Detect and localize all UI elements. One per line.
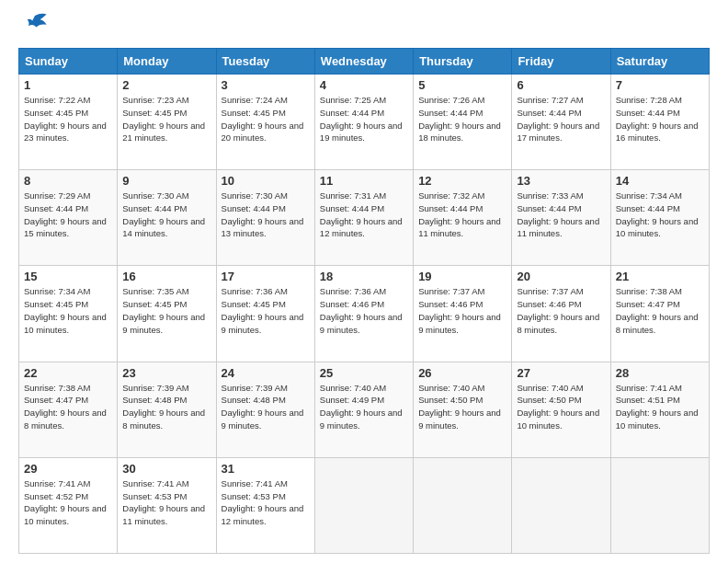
- day-number: 8: [24, 174, 112, 188]
- day-info: Sunrise: 7:34 AM Sunset: 4:45 PM Dayligh…: [24, 285, 112, 336]
- day-info: Sunrise: 7:22 AM Sunset: 4:45 PM Dayligh…: [24, 94, 112, 144]
- calendar-cell: 29 Sunrise: 7:41 AM Sunset: 4:52 PM Dayl…: [19, 457, 118, 553]
- logo: [18, 17, 48, 39]
- calendar-cell: [314, 457, 413, 553]
- calendar-cell: 28 Sunrise: 7:41 AM Sunset: 4:51 PM Dayl…: [610, 362, 709, 457]
- day-number: 5: [418, 78, 506, 92]
- calendar-cell: 23 Sunrise: 7:39 AM Sunset: 4:48 PM Dayl…: [118, 362, 216, 457]
- day-number: 9: [122, 174, 210, 188]
- weekday-header: Friday: [512, 49, 610, 75]
- page: SundayMondayTuesdayWednesdayThursdayFrid…: [0, 0, 728, 563]
- calendar-cell: 6 Sunrise: 7:27 AM Sunset: 4:44 PM Dayli…: [512, 75, 610, 170]
- calendar-cell: 2 Sunrise: 7:23 AM Sunset: 4:45 PM Dayli…: [118, 75, 216, 170]
- calendar-week-row: 22 Sunrise: 7:38 AM Sunset: 4:47 PM Dayl…: [19, 362, 710, 457]
- day-info: Sunrise: 7:41 AM Sunset: 4:53 PM Dayligh…: [222, 477, 310, 528]
- day-info: Sunrise: 7:25 AM Sunset: 4:44 PM Dayligh…: [320, 94, 408, 144]
- day-number: 13: [517, 174, 605, 188]
- day-number: 19: [418, 270, 506, 283]
- calendar-cell: 10 Sunrise: 7:30 AM Sunset: 4:44 PM Dayl…: [216, 170, 314, 266]
- day-info: Sunrise: 7:27 AM Sunset: 4:44 PM Dayligh…: [517, 94, 605, 144]
- day-info: Sunrise: 7:38 AM Sunset: 4:47 PM Dayligh…: [24, 382, 112, 432]
- day-number: 1: [24, 78, 112, 92]
- day-number: 6: [517, 78, 605, 92]
- day-number: 4: [320, 78, 408, 92]
- calendar-cell: [610, 457, 709, 553]
- day-info: Sunrise: 7:29 AM Sunset: 4:44 PM Dayligh…: [24, 190, 112, 240]
- day-info: Sunrise: 7:26 AM Sunset: 4:44 PM Dayligh…: [418, 94, 506, 144]
- logo-bird-icon: [22, 9, 48, 39]
- day-info: Sunrise: 7:40 AM Sunset: 4:50 PM Dayligh…: [418, 382, 506, 432]
- calendar-cell: 13 Sunrise: 7:33 AM Sunset: 4:44 PM Dayl…: [512, 170, 610, 266]
- calendar-week-row: 15 Sunrise: 7:34 AM Sunset: 4:45 PM Dayl…: [19, 266, 710, 362]
- day-info: Sunrise: 7:28 AM Sunset: 4:44 PM Dayligh…: [616, 94, 704, 144]
- day-number: 15: [24, 270, 112, 283]
- day-number: 14: [616, 174, 704, 188]
- day-info: Sunrise: 7:30 AM Sunset: 4:44 PM Dayligh…: [222, 190, 310, 240]
- day-number: 24: [222, 366, 310, 380]
- calendar-cell: [512, 457, 610, 553]
- day-number: 11: [320, 174, 408, 188]
- calendar-cell: 17 Sunrise: 7:36 AM Sunset: 4:45 PM Dayl…: [216, 266, 314, 362]
- calendar-cell: 14 Sunrise: 7:34 AM Sunset: 4:44 PM Dayl…: [610, 170, 709, 266]
- calendar-cell: 9 Sunrise: 7:30 AM Sunset: 4:44 PM Dayli…: [118, 170, 216, 266]
- calendar-cell: 11 Sunrise: 7:31 AM Sunset: 4:44 PM Dayl…: [314, 170, 413, 266]
- calendar-cell: 27 Sunrise: 7:40 AM Sunset: 4:50 PM Dayl…: [512, 362, 610, 457]
- calendar-cell: 21 Sunrise: 7:38 AM Sunset: 4:47 PM Dayl…: [610, 266, 709, 362]
- header: [18, 17, 710, 39]
- calendar-cell: 15 Sunrise: 7:34 AM Sunset: 4:45 PM Dayl…: [19, 266, 118, 362]
- calendar-cell: 22 Sunrise: 7:38 AM Sunset: 4:47 PM Dayl…: [19, 362, 118, 457]
- day-info: Sunrise: 7:30 AM Sunset: 4:44 PM Dayligh…: [122, 190, 210, 240]
- day-number: 17: [222, 270, 310, 283]
- day-info: Sunrise: 7:40 AM Sunset: 4:49 PM Dayligh…: [320, 382, 408, 432]
- day-info: Sunrise: 7:38 AM Sunset: 4:47 PM Dayligh…: [616, 285, 704, 336]
- day-info: Sunrise: 7:32 AM Sunset: 4:44 PM Dayligh…: [418, 190, 506, 240]
- calendar-cell: 18 Sunrise: 7:36 AM Sunset: 4:46 PM Dayl…: [314, 266, 413, 362]
- day-number: 12: [418, 174, 506, 188]
- day-info: Sunrise: 7:41 AM Sunset: 4:52 PM Dayligh…: [24, 477, 112, 528]
- day-info: Sunrise: 7:34 AM Sunset: 4:44 PM Dayligh…: [616, 190, 704, 240]
- day-number: 25: [320, 366, 408, 380]
- day-number: 21: [616, 270, 704, 283]
- day-number: 20: [517, 270, 605, 283]
- day-number: 10: [222, 174, 310, 188]
- day-info: Sunrise: 7:31 AM Sunset: 4:44 PM Dayligh…: [320, 190, 408, 240]
- weekday-header: Tuesday: [216, 49, 314, 75]
- day-number: 23: [122, 366, 210, 380]
- day-info: Sunrise: 7:36 AM Sunset: 4:45 PM Dayligh…: [222, 285, 310, 336]
- calendar-week-row: 1 Sunrise: 7:22 AM Sunset: 4:45 PM Dayli…: [19, 75, 710, 170]
- calendar-cell: [414, 457, 512, 553]
- day-info: Sunrise: 7:39 AM Sunset: 4:48 PM Dayligh…: [222, 382, 310, 432]
- day-info: Sunrise: 7:41 AM Sunset: 4:53 PM Dayligh…: [122, 477, 210, 528]
- weekday-header: Monday: [118, 49, 216, 75]
- day-number: 31: [222, 462, 310, 476]
- day-number: 28: [616, 366, 704, 380]
- day-number: 7: [616, 78, 704, 92]
- day-info: Sunrise: 7:41 AM Sunset: 4:51 PM Dayligh…: [616, 382, 704, 432]
- calendar-cell: 1 Sunrise: 7:22 AM Sunset: 4:45 PM Dayli…: [19, 75, 118, 170]
- calendar-week-row: 29 Sunrise: 7:41 AM Sunset: 4:52 PM Dayl…: [19, 457, 710, 553]
- weekday-header: Saturday: [610, 49, 709, 75]
- weekday-header: Wednesday: [314, 49, 413, 75]
- day-info: Sunrise: 7:33 AM Sunset: 4:44 PM Dayligh…: [517, 190, 605, 240]
- calendar-cell: 26 Sunrise: 7:40 AM Sunset: 4:50 PM Dayl…: [414, 362, 512, 457]
- day-info: Sunrise: 7:37 AM Sunset: 4:46 PM Dayligh…: [418, 285, 506, 336]
- calendar-cell: 30 Sunrise: 7:41 AM Sunset: 4:53 PM Dayl…: [118, 457, 216, 553]
- day-number: 27: [517, 366, 605, 380]
- day-info: Sunrise: 7:37 AM Sunset: 4:46 PM Dayligh…: [517, 285, 605, 336]
- day-info: Sunrise: 7:23 AM Sunset: 4:45 PM Dayligh…: [122, 94, 210, 144]
- calendar-cell: 5 Sunrise: 7:26 AM Sunset: 4:44 PM Dayli…: [414, 75, 512, 170]
- day-info: Sunrise: 7:39 AM Sunset: 4:48 PM Dayligh…: [122, 382, 210, 432]
- calendar-cell: 12 Sunrise: 7:32 AM Sunset: 4:44 PM Dayl…: [414, 170, 512, 266]
- day-info: Sunrise: 7:24 AM Sunset: 4:45 PM Dayligh…: [222, 94, 310, 144]
- calendar-cell: 24 Sunrise: 7:39 AM Sunset: 4:48 PM Dayl…: [216, 362, 314, 457]
- day-info: Sunrise: 7:35 AM Sunset: 4:45 PM Dayligh…: [122, 285, 210, 336]
- calendar-cell: 7 Sunrise: 7:28 AM Sunset: 4:44 PM Dayli…: [610, 75, 709, 170]
- day-number: 30: [122, 462, 210, 476]
- day-info: Sunrise: 7:36 AM Sunset: 4:46 PM Dayligh…: [320, 285, 408, 336]
- weekday-header: Sunday: [19, 49, 118, 75]
- calendar-cell: 19 Sunrise: 7:37 AM Sunset: 4:46 PM Dayl…: [414, 266, 512, 362]
- calendar-cell: 20 Sunrise: 7:37 AM Sunset: 4:46 PM Dayl…: [512, 266, 610, 362]
- calendar-cell: 31 Sunrise: 7:41 AM Sunset: 4:53 PM Dayl…: [216, 457, 314, 553]
- weekday-header: Thursday: [414, 49, 512, 75]
- day-number: 18: [320, 270, 408, 283]
